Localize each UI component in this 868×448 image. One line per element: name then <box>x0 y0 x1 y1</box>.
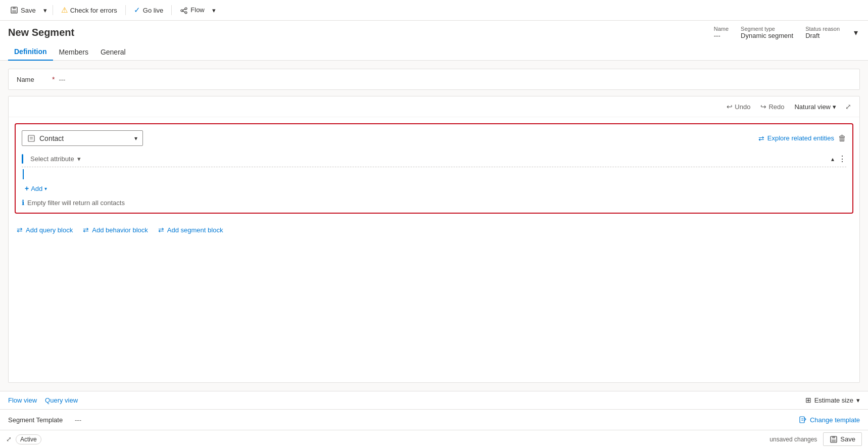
name-required-indicator: * <box>52 75 55 83</box>
status-save-icon <box>830 435 838 443</box>
template-label: Segment Template <box>8 416 69 424</box>
redo-label: Redo <box>768 103 784 111</box>
collapse-attribute-button[interactable]: ▴ <box>831 156 834 163</box>
check-errors-label: Check for errors <box>70 7 117 14</box>
meta-status-label: Status reason <box>805 26 840 32</box>
add-query-block-button[interactable]: ⇄ Add query block <box>17 226 73 234</box>
expand-button[interactable]: ⤢ <box>843 101 853 113</box>
unsaved-changes-text: unsaved changes <box>769 436 817 443</box>
info-icon: ℹ <box>22 198 24 207</box>
query-view-label: Query view <box>45 396 78 404</box>
flow-view-label: Flow view <box>8 396 37 404</box>
info-message: ℹ Empty filter will return all contacts <box>22 198 846 207</box>
delete-block-button[interactable]: 🗑 <box>838 134 846 143</box>
add-behavior-block-button[interactable]: ⇄ Add behavior block <box>83 226 148 234</box>
add-icon: + <box>25 184 29 192</box>
check-errors-button[interactable]: ⚠ Check for errors <box>57 3 121 17</box>
svg-rect-16 <box>832 439 836 442</box>
estimate-size-button[interactable]: ⊞ Estimate size ▾ <box>805 396 860 404</box>
flow-view-tab[interactable]: Flow view <box>8 394 37 406</box>
query-view-tab[interactable]: Query view <box>45 394 78 406</box>
block-header: Contact ▾ ⇄ Explore related entities 🗑 <box>22 130 846 146</box>
contact-icon <box>27 134 35 142</box>
query-area: ↩ Undo ↪ Redo Natural view ▾ ⤢ <box>8 96 860 383</box>
meta-status-reason: Status reason Draft <box>805 26 840 39</box>
explore-label: Explore related entities <box>767 134 834 142</box>
name-field-value: --- <box>59 76 65 83</box>
attribute-actions: ▴ ⋮ <box>831 154 846 164</box>
svg-rect-11 <box>800 417 804 423</box>
status-save-label: Save <box>840 435 855 443</box>
contact-chevron-icon: ▾ <box>134 135 137 142</box>
redo-button[interactable]: ↪ Redo <box>757 101 787 113</box>
change-template-label: Change template <box>810 416 860 424</box>
svg-line-6 <box>183 9 185 10</box>
header-chevron-button[interactable]: ▾ <box>852 26 860 39</box>
expand-icon: ⤢ <box>845 103 851 111</box>
bottom-panel: Flow view Query view ⊞ Estimate size ▾ S… <box>0 391 868 430</box>
estimate-icon: ⊞ <box>805 396 811 404</box>
bottom-tabs-bar: Flow view Query view ⊞ Estimate size ▾ <box>0 391 868 410</box>
change-template-icon <box>799 416 807 424</box>
meta-name-label: Name <box>714 26 729 32</box>
status-bar: ⤢ Active unsaved changes Save <box>0 430 868 448</box>
main-content: Name * --- ↩ Undo ↪ Redo Natural view ▾ … <box>0 61 868 391</box>
undo-button[interactable]: ↩ Undo <box>724 101 753 113</box>
divider-3 <box>171 5 172 15</box>
flow-button[interactable]: Flow <box>176 3 208 17</box>
add-behavior-icon: ⇄ <box>83 226 89 234</box>
template-left: Segment Template --- <box>8 416 81 424</box>
divider-1 <box>53 5 53 15</box>
status-save-button[interactable]: Save <box>823 432 862 446</box>
go-live-label: Go live <box>143 7 163 14</box>
tab-members[interactable]: Members <box>53 43 94 61</box>
go-live-icon: ✓ <box>134 6 140 15</box>
add-behavior-label: Add behavior block <box>92 226 148 234</box>
svg-point-4 <box>185 8 187 10</box>
add-query-icon: ⇄ <box>17 226 23 234</box>
tab-general[interactable]: General <box>94 43 132 61</box>
change-template-button[interactable]: Change template <box>799 416 860 424</box>
meta-status-value: Draft <box>805 32 840 39</box>
add-condition-button[interactable]: + Add ▾ <box>22 182 50 194</box>
name-row: Name * --- <box>8 69 860 90</box>
status-right: unsaved changes Save <box>769 432 862 446</box>
view-dropdown[interactable]: Natural view ▾ <box>791 101 839 113</box>
meta-name: Name --- <box>714 26 729 39</box>
go-live-button[interactable]: ✓ Go live <box>130 3 167 17</box>
meta-segment-type-value: Dynamic segment <box>741 32 793 39</box>
save-label: Save <box>21 7 36 14</box>
query-toolbar: ↩ Undo ↪ Redo Natural view ▾ ⤢ <box>9 96 859 117</box>
contact-selector-text: Contact <box>39 134 130 142</box>
select-attribute-button[interactable]: Select attribute ▾ <box>30 155 827 163</box>
segment-template-row: Segment Template --- Change template <box>0 410 868 430</box>
flow-dropdown-button[interactable]: ▾ <box>211 5 217 16</box>
status-expand-icon: ⤢ <box>6 435 12 443</box>
save-dropdown-button[interactable]: ▾ <box>42 5 49 16</box>
explore-related-button[interactable]: ⇄ Explore related entities <box>758 134 834 142</box>
svg-rect-8 <box>28 135 34 141</box>
add-segment-label: Add segment block <box>167 226 223 234</box>
view-label: Natural view <box>794 103 831 111</box>
meta-segment-type: Segment type Dynamic segment <box>741 26 793 39</box>
page-title: New Segment <box>8 27 74 38</box>
svg-rect-1 <box>13 7 16 9</box>
redo-icon: ↪ <box>760 103 766 111</box>
add-segment-block-button[interactable]: ⇄ Add segment block <box>158 226 223 234</box>
add-dropdown-icon: ▾ <box>44 186 47 191</box>
attribute-chevron-icon: ▾ <box>77 155 81 163</box>
more-options-button[interactable]: ⋮ <box>838 154 846 164</box>
undo-label: Undo <box>735 103 750 111</box>
tab-definition[interactable]: Definition <box>8 43 53 61</box>
estimate-size-label: Estimate size <box>814 396 853 404</box>
save-button[interactable]: Save <box>6 4 40 17</box>
left-border <box>22 154 23 164</box>
status-expand-button[interactable]: ⤢ <box>6 435 12 443</box>
svg-rect-15 <box>832 436 835 438</box>
contact-selector[interactable]: Contact ▾ <box>22 130 143 146</box>
select-attribute-label: Select attribute <box>30 155 74 163</box>
bottom-tabs-left: Flow view Query view <box>8 394 78 406</box>
add-query-label: Add query block <box>26 226 73 234</box>
query-block: Contact ▾ ⇄ Explore related entities 🗑 S… <box>15 123 853 214</box>
check-icon: ⚠ <box>61 6 68 15</box>
